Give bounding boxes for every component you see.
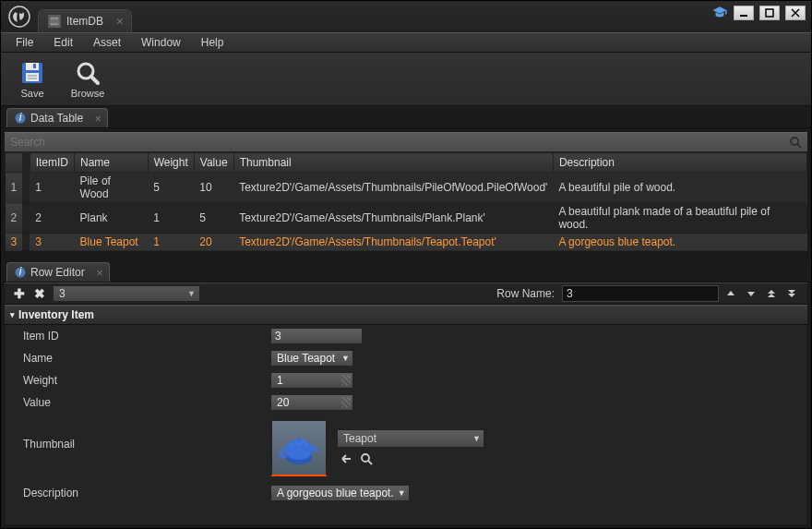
col-name[interactable]: Name xyxy=(75,153,149,173)
move-bottom-button[interactable] xyxy=(783,285,800,302)
prop-row-itemid: Item ID xyxy=(5,325,807,347)
ue-logo-icon xyxy=(1,1,38,32)
table-row-selected[interactable]: 3 3 Blue Teapot 1 20 Texture2D'/Game/Ass… xyxy=(6,234,807,251)
search-input[interactable] xyxy=(10,136,789,149)
menu-edit[interactable]: Edit xyxy=(44,34,82,51)
close-window-button[interactable] xyxy=(785,6,806,20)
table-row[interactable]: 1 1 Pile of Wood 5 10 Texture2D'/Game/As… xyxy=(6,173,807,203)
table-row[interactable]: 2 2 Plank 1 5 Texture2D'/Game/Assets/Thu… xyxy=(6,203,807,234)
data-table-tab-label: Data Table xyxy=(30,112,83,125)
data-table: ItemID Name Weight Value Thumbnail Descr… xyxy=(5,152,807,251)
info-icon: i xyxy=(15,113,26,124)
svg-rect-10 xyxy=(33,64,36,68)
prop-row-description: Description A gorgeous blue teapot. ▼ xyxy=(5,482,807,504)
svg-point-0 xyxy=(9,6,30,27)
title-bar: ItemDB × xyxy=(1,1,811,32)
menu-file[interactable]: File xyxy=(6,34,42,51)
col-thumbnail[interactable]: Thumbnail xyxy=(233,153,553,173)
document-tab-label: ItemDB xyxy=(66,15,103,28)
browse-button[interactable]: Browse xyxy=(64,55,112,103)
row-editor-toolbar: ✚ ✖ 3 ▼ Row Name: xyxy=(5,283,807,305)
prop-row-value: Value 20 xyxy=(5,391,807,414)
spinner-grip-icon xyxy=(341,397,351,408)
data-table-tab[interactable]: i Data Table × xyxy=(6,108,108,127)
save-icon xyxy=(18,59,46,87)
prop-row-thumbnail: Thumbnail Teapot ▼ xyxy=(5,414,807,482)
weight-input[interactable]: 1 xyxy=(270,372,353,389)
add-row-button[interactable]: ✚ xyxy=(12,286,27,301)
svg-point-18 xyxy=(791,138,798,145)
property-panel: ▾ Inventory Item Item ID Name Blue Teapo… xyxy=(5,305,807,524)
svg-point-25 xyxy=(362,454,369,462)
svg-text:i: i xyxy=(19,267,22,278)
thumbnail-preview[interactable] xyxy=(270,419,328,476)
save-label: Save xyxy=(20,88,43,99)
row-selector-dropdown[interactable]: 3 ▼ xyxy=(53,285,200,302)
browse-icon xyxy=(74,59,102,87)
collapse-icon: ▾ xyxy=(10,310,15,319)
col-weight[interactable]: Weight xyxy=(148,153,194,173)
move-down-button[interactable] xyxy=(743,285,759,302)
thumbnail-asset-dropdown[interactable]: Teapot ▼ xyxy=(337,429,484,448)
minimize-button[interactable] xyxy=(734,6,754,20)
browse-asset-button[interactable] xyxy=(359,451,374,466)
main-toolbar: Save Browse xyxy=(1,53,811,106)
row-name-input[interactable] xyxy=(562,285,719,302)
svg-rect-11 xyxy=(26,73,39,81)
search-icon xyxy=(789,136,802,149)
menu-bar: File Edit Asset Window Help xyxy=(1,32,811,53)
save-button[interactable]: Save xyxy=(8,55,56,103)
row-name-label: Row Name: xyxy=(496,287,555,300)
maximize-button[interactable] xyxy=(759,6,780,20)
document-tab[interactable]: ItemDB × xyxy=(38,9,132,32)
move-top-button[interactable] xyxy=(763,285,780,302)
svg-line-15 xyxy=(91,77,98,83)
row-editor-tabs: i Row Editor × xyxy=(1,260,811,283)
svg-line-26 xyxy=(368,461,372,464)
prop-row-name: Name Blue Teapot ▼ xyxy=(5,347,807,369)
use-selected-asset-button[interactable] xyxy=(339,451,353,466)
row-editor-tab-label: Row Editor xyxy=(30,266,85,279)
svg-rect-9 xyxy=(26,63,39,70)
col-itemid[interactable]: ItemID xyxy=(30,153,74,173)
chevron-down-icon: ▼ xyxy=(341,354,350,363)
value-input[interactable]: 20 xyxy=(270,394,353,411)
close-panel-icon[interactable]: × xyxy=(95,112,102,126)
chevron-down-icon: ▼ xyxy=(187,289,196,298)
prop-row-weight: Weight 1 xyxy=(5,369,807,391)
description-dropdown[interactable]: A gorgeous blue teapot. ▼ xyxy=(270,485,410,501)
search-bar[interactable] xyxy=(5,132,807,152)
chevron-down-icon: ▼ xyxy=(398,488,406,498)
itemid-input[interactable] xyxy=(270,328,363,344)
col-rowindex[interactable] xyxy=(6,153,23,173)
row-editor-tab[interactable]: i Row Editor × xyxy=(6,262,110,282)
datatable-file-icon xyxy=(48,15,61,28)
graduation-cap-icon[interactable] xyxy=(711,5,728,21)
col-description[interactable]: Description xyxy=(553,153,806,173)
menu-help[interactable]: Help xyxy=(192,34,233,51)
chevron-down-icon: ▼ xyxy=(472,434,481,443)
menu-asset[interactable]: Asset xyxy=(84,34,130,51)
svg-point-24 xyxy=(295,439,303,443)
svg-rect-1 xyxy=(51,18,58,25)
info-icon: i xyxy=(15,267,26,278)
section-header[interactable]: ▾ Inventory Item xyxy=(5,305,807,325)
svg-rect-5 xyxy=(766,9,773,17)
col-value[interactable]: Value xyxy=(194,153,233,173)
delete-row-button[interactable]: ✖ xyxy=(32,286,47,301)
move-up-button[interactable] xyxy=(722,285,739,302)
data-table-tabs: i Data Table × xyxy=(1,106,811,128)
svg-text:i: i xyxy=(19,113,22,124)
name-dropdown[interactable]: Blue Teapot ▼ xyxy=(270,350,353,367)
close-tab-icon[interactable]: × xyxy=(116,14,124,29)
spinner-grip-icon xyxy=(341,375,351,386)
close-panel-icon[interactable]: × xyxy=(96,266,103,280)
browse-label: Browse xyxy=(71,88,105,99)
svg-line-19 xyxy=(797,144,801,148)
menu-window[interactable]: Window xyxy=(132,34,190,51)
